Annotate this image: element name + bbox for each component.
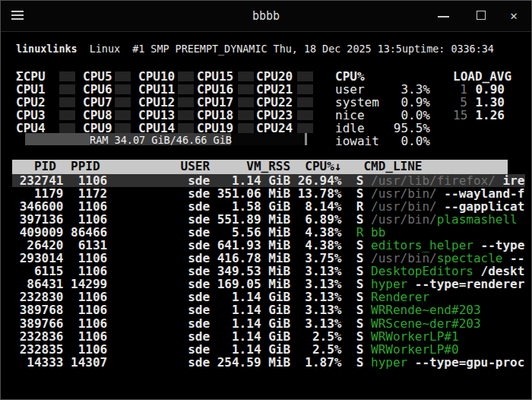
cpu-stat-row: iowait0.0%: [335, 135, 430, 148]
cpu-label: ΣCPU: [16, 70, 59, 83]
process-row[interactable]: 86431 14299 sde 169.05 MiB 3.13% S hyper…: [12, 278, 525, 290]
cpu-stat-label: idle: [335, 122, 365, 135]
cpu-label: CPU15: [197, 70, 238, 83]
cpu-label: CPU10: [138, 70, 178, 83]
cpu-meter: [115, 84, 131, 94]
ram-meter: RAM 34.07 GiB/46.66 GiB: [25, 133, 307, 145]
titlebar: bbbb ✕: [1, 1, 531, 32]
cpu-meter: [178, 110, 194, 120]
process-row[interactable]: 232741 1106 sde 1.14 GiB 26.94% S /usr/l…: [12, 174, 525, 187]
cpu-meter: [238, 110, 254, 120]
process-row[interactable]: 6115 1106 sde 349.53 MiB 3.13% S Desktop…: [12, 265, 525, 278]
cpu-stat-row: system0.9%: [335, 96, 430, 109]
process-row-stats: 14333 14307 sde 254.59 MiB 1.87%: [12, 355, 356, 370]
cpu-stat-value: 95.5%: [394, 122, 430, 135]
load-avg-value: 0.90: [467, 83, 505, 96]
process-table: PID PPID USER VM_RSS CPU%↓ CMD_LINE 2327…: [12, 160, 525, 369]
cpu-meters-grid: ΣCPUCPU1CPU2CPU3CPU4CPU5CPU6CPU7CPU8CPU9…: [16, 70, 313, 135]
load-avg-value: 1.30: [467, 96, 505, 109]
cpu-meter: [238, 97, 254, 107]
maximize-icon: [477, 11, 486, 20]
cpu-stats-header: CPU%: [335, 70, 430, 83]
process-cmd: hyper: [371, 355, 407, 370]
process-row[interactable]: 389766 1106 sde 1.14 GiB 3.13% S WRScene…: [12, 317, 525, 330]
process-row[interactable]: 409009 86466 sde 5.56 MiB 4.38% R bb: [12, 226, 525, 239]
system-info-line: linuxlinks Linux #1 SMP PREEMPT_DYNAMIC …: [16, 43, 494, 55]
process-cmd: plasmashell: [437, 212, 518, 227]
cpu-label: CPU1: [16, 83, 59, 96]
load-avg-header: LOAD_AVG: [453, 70, 512, 83]
cpu-meter: [115, 97, 131, 107]
process-row[interactable]: 232830 1106 sde 1.14 GiB 3.13% S Rendere…: [12, 290, 525, 303]
cpu-meter: [115, 71, 131, 81]
cpu-label: CPU2: [16, 96, 59, 109]
cpu-stat-label: iowait: [335, 135, 379, 148]
cpu-meter: [297, 84, 313, 94]
cpu-meter: [238, 123, 254, 133]
cpu-label: CPU8: [83, 109, 115, 122]
cpu-stat-label: system: [335, 96, 379, 109]
uptime: uptime: 0336:34: [402, 43, 494, 55]
cpu-meter: [297, 97, 313, 107]
cpu-stat-label: nice: [335, 109, 365, 122]
cpu-label: CPU11: [138, 83, 178, 96]
process-row[interactable]: 232836 1106 sde 1.14 GiB 2.5% S WRWorker…: [12, 330, 525, 343]
cpu-stat-value: 0.0%: [401, 135, 430, 148]
load-avg-row: 10.90: [453, 83, 512, 96]
cpu-label: CPU6: [83, 83, 115, 96]
cpu-stats-panel: CPU% user3.3%system0.9%nice0.0%idle95.5%…: [335, 70, 430, 148]
cpu-stat-row: nice0.0%: [335, 109, 430, 122]
cpu-meter: [59, 84, 75, 94]
close-button[interactable]: ✕: [502, 1, 525, 31]
cpu-stat-value: 3.3%: [401, 83, 430, 96]
cpu-meter: [238, 84, 254, 94]
ram-end-cap: [305, 133, 307, 145]
process-row[interactable]: 14333 14307 sde 254.59 MiB 1.87% S hyper…: [12, 356, 525, 369]
load-avg-value: 1.26: [467, 109, 505, 122]
cpu-label: CPU7: [83, 96, 115, 109]
cpu-label: CPU16: [197, 83, 238, 96]
cpu-label: CPU22: [256, 96, 297, 109]
maximize-button[interactable]: [470, 1, 493, 31]
process-row[interactable]: 397136 1106 sde 551.89 MiB 6.89% S /usr/…: [12, 213, 525, 226]
cpu-meter: [59, 123, 75, 133]
cpu-meter: [178, 97, 194, 107]
cpu-meter: [178, 84, 194, 94]
cpu-stat-value: 0.9%: [401, 96, 430, 109]
process-row[interactable]: 26420 6131 sde 641.93 MiB 4.38% S editor…: [12, 239, 525, 252]
cpu-stat-label: user: [335, 83, 365, 96]
load-avg-row: 151.26: [453, 109, 512, 122]
cpu-label: CPU21: [256, 83, 297, 96]
process-row[interactable]: 293014 1106 sde 416.78 MiB 3.75% S /usr/…: [12, 252, 525, 265]
minimize-button[interactable]: [432, 1, 455, 31]
cpu-label: CPU18: [197, 109, 238, 122]
cpu-stat-row: idle95.5%: [335, 122, 430, 135]
minimize-icon: [438, 16, 449, 17]
cpu-label: CPU17: [197, 96, 238, 109]
process-row[interactable]: 1179 1172 sde 351.06 MiB 13.78% S /usr/b…: [12, 187, 525, 200]
cpu-stat-row: user3.3%: [335, 83, 430, 96]
hostname: linuxlinks: [16, 43, 78, 55]
ram-label: RAM 34.07 GiB/46.66 GiB: [90, 134, 232, 146]
process-row[interactable]: 389768 1106 sde 1.14 GiB 3.13% S WRRende…: [12, 303, 525, 316]
load-avg-period: 15: [453, 109, 467, 122]
process-cmd: --type=gpu-proc: [407, 355, 524, 370]
cpu-meter: [115, 110, 131, 120]
cpu-label: CPU23: [256, 109, 297, 122]
kernel-info: Linux #1 SMP PREEMPT_DYNAMIC Thu, 18 Dec…: [78, 43, 402, 55]
process-table-header[interactable]: PID PPID USER VM_RSS CPU%↓ CMD_LINE: [12, 160, 508, 174]
cpu-meter: [178, 123, 194, 133]
load-avg-panel: LOAD_AVG 10.9051.30151.26: [453, 70, 512, 122]
cpu-label: CPU13: [138, 109, 178, 122]
cpu-meter: [238, 71, 254, 81]
cpu-meter: [59, 97, 75, 107]
cpu-label: CPU20: [256, 70, 297, 83]
load-avg-period: 1: [453, 83, 467, 96]
cpu-label: CPU12: [138, 96, 178, 109]
process-row[interactable]: 346600 1106 sde 1.58 GiB 8.14% R /usr/bi…: [12, 200, 525, 213]
app-window: bbbb ✕ linuxlinks Linux #1 SMP PREEMPT_D…: [0, 0, 532, 400]
cpu-stat-value: 0.0%: [401, 109, 430, 122]
process-row[interactable]: 232835 1106 sde 1.14 GiB 2.5% S WRWorker…: [12, 343, 525, 356]
cpu-meter: [178, 71, 194, 81]
load-avg-period: 5: [453, 96, 467, 109]
